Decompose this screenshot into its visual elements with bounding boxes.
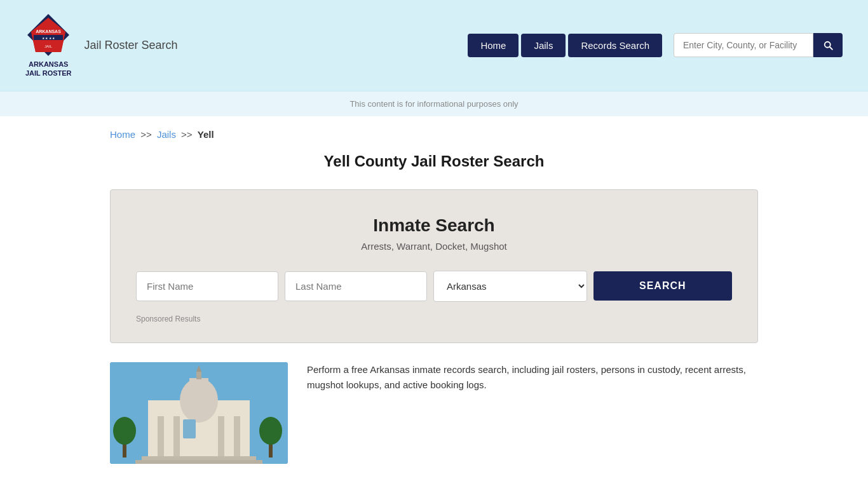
site-title: Jail Roster Search	[85, 39, 178, 52]
search-panel: Inmate Search Arrests, Warrant, Docket, …	[110, 189, 758, 343]
search-fields: AlabamaAlaskaArizonaArkansasCaliforniaCo…	[136, 271, 732, 302]
breadcrumb-sep1: >>	[140, 129, 152, 140]
logo-text: ARKANSAS JAIL ROSTER	[25, 60, 72, 78]
logo-container: ARKANSAS ★ ★ ★ ★ JAIL ARKANSAS JAIL ROST…	[25, 13, 72, 78]
page-title: Yell County Jail Roster Search	[110, 152, 758, 170]
bottom-text: Perform a free Arkansas inmate records s…	[307, 362, 758, 393]
info-bar-text: This content is for informational purpos…	[349, 99, 518, 109]
breadcrumb-jails[interactable]: Jails	[157, 129, 176, 140]
breadcrumb-sep2: >>	[181, 129, 193, 140]
header-search-input[interactable]	[674, 33, 813, 57]
svg-rect-18	[183, 419, 196, 438]
header-left: ARKANSAS ★ ★ ★ ★ JAIL ARKANSAS JAIL ROST…	[25, 13, 178, 78]
nav-buttons: Home Jails Records Search	[468, 34, 662, 57]
search-button[interactable]: SEARCH	[593, 271, 732, 301]
last-name-input[interactable]	[285, 271, 427, 301]
svg-rect-14	[218, 416, 224, 458]
svg-rect-11	[189, 378, 208, 400]
header: ARKANSAS ★ ★ ★ ★ JAIL ARKANSAS JAIL ROST…	[0, 0, 868, 91]
svg-point-22	[113, 417, 136, 445]
nav-records-button[interactable]: Records Search	[568, 34, 662, 57]
first-name-input[interactable]	[136, 271, 278, 301]
courthouse-image	[110, 362, 288, 464]
main-content: Home >> Jails >> Yell Yell County Jail R…	[85, 116, 783, 477]
breadcrumb-home[interactable]: Home	[110, 129, 135, 140]
svg-text:★ ★ ★ ★: ★ ★ ★ ★	[42, 36, 55, 40]
breadcrumb: Home >> Jails >> Yell	[110, 129, 758, 140]
svg-rect-17	[135, 460, 262, 464]
svg-rect-13	[173, 416, 180, 458]
info-bar: This content is for informational purpos…	[0, 91, 868, 116]
search-icon	[822, 39, 834, 51]
breadcrumb-current: Yell	[198, 129, 214, 140]
nav-home-button[interactable]: Home	[468, 34, 519, 57]
courthouse-svg	[110, 362, 288, 464]
bottom-section: Perform a free Arkansas inmate records s…	[110, 362, 758, 464]
svg-text:JAIL: JAIL	[44, 44, 53, 48]
header-search-container	[674, 33, 843, 57]
search-panel-title: Inmate Search	[136, 215, 732, 236]
nav-jails-button[interactable]: Jails	[521, 34, 566, 57]
svg-point-24	[259, 417, 282, 445]
svg-rect-15	[234, 416, 240, 458]
svg-rect-12	[158, 416, 164, 458]
header-right: Home Jails Records Search	[468, 33, 843, 57]
svg-text:ARKANSAS: ARKANSAS	[36, 29, 61, 34]
search-panel-subtitle: Arrests, Warrant, Docket, Mugshot	[136, 241, 732, 252]
svg-rect-19	[196, 372, 201, 379]
sponsored-label: Sponsored Results	[136, 315, 732, 323]
state-select[interactable]: AlabamaAlaskaArizonaArkansasCaliforniaCo…	[433, 271, 587, 302]
logo-icon: ARKANSAS ★ ★ ★ ★ JAIL	[26, 13, 71, 57]
header-search-button[interactable]	[813, 33, 843, 57]
